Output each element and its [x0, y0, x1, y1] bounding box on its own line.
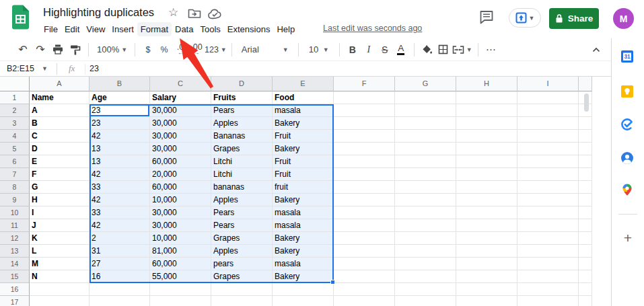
cell-E16[interactable] [273, 283, 334, 296]
cell-B11[interactable]: 42 [90, 219, 150, 232]
paint-format-button[interactable] [67, 42, 83, 58]
cell-J16[interactable] [579, 283, 592, 296]
cell-G2[interactable] [395, 104, 456, 117]
row-header-2[interactable]: 2 [0, 104, 30, 117]
print-button[interactable] [50, 42, 66, 58]
cell-A2[interactable]: A [30, 104, 90, 117]
cell-I1[interactable] [517, 91, 579, 104]
cell-B7[interactable]: 42 [90, 168, 150, 181]
menu-format[interactable]: Format [137, 22, 172, 36]
column-header-D[interactable]: D [211, 77, 273, 91]
cell-B13[interactable]: 31 [90, 245, 150, 258]
cell-F11[interactable] [334, 219, 395, 232]
row-header-14[interactable]: 14 [0, 258, 30, 270]
cell-I10[interactable] [517, 206, 579, 219]
cell-C1[interactable]: Salary [150, 91, 211, 104]
fill-handle[interactable] [330, 280, 335, 284]
doc-title[interactable]: Highlighting duplicates [43, 6, 154, 19]
column-header-G[interactable]: G [395, 77, 456, 91]
cell-E9[interactable]: Bakery [273, 194, 334, 206]
cell-E14[interactable]: masala [273, 258, 334, 270]
borders-button[interactable] [435, 42, 452, 58]
menu-help[interactable]: Help [273, 22, 298, 36]
cell-I13[interactable] [517, 245, 579, 258]
cell-B14[interactable]: 27 [90, 258, 150, 270]
add-addon-button[interactable]: + [620, 231, 635, 245]
formula-input[interactable]: 23 [90, 64, 99, 73]
column-header-F[interactable]: F [334, 77, 395, 91]
cell-F16[interactable] [334, 283, 395, 296]
menu-data[interactable]: Data [172, 22, 196, 36]
cell-H10[interactable] [456, 206, 517, 219]
menu-edit[interactable]: Edit [61, 22, 83, 36]
row-header-16[interactable]: 16 [0, 283, 30, 296]
cell-F4[interactable] [334, 130, 395, 143]
row-header-10[interactable]: 10 [0, 206, 30, 219]
cell-A1[interactable]: Name [30, 91, 90, 104]
row-header-6[interactable]: 6 [0, 155, 30, 168]
cell-J7[interactable] [579, 168, 592, 181]
cell-J8[interactable] [579, 181, 592, 194]
cell-D5[interactable]: Grapes [211, 143, 273, 155]
cell-H17[interactable] [456, 296, 517, 306]
cell-F5[interactable] [334, 143, 395, 155]
cell-G5[interactable] [395, 143, 456, 155]
cell-D15[interactable]: Grapes [211, 270, 273, 283]
cell-H15[interactable] [456, 270, 517, 283]
cell-H16[interactable] [456, 283, 517, 296]
cell-A15[interactable]: N [30, 270, 90, 283]
cell-F1[interactable] [334, 91, 395, 104]
cell-D13[interactable]: Apples [211, 245, 273, 258]
cell-B8[interactable]: 33 [90, 181, 150, 194]
row-header-3[interactable]: 3 [0, 117, 30, 130]
undo-button[interactable]: ↶ [15, 42, 31, 58]
cell-F7[interactable] [334, 168, 395, 181]
cell-C16[interactable] [150, 283, 211, 296]
row-header-8[interactable]: 8 [0, 181, 30, 194]
cell-A3[interactable]: B [30, 117, 90, 130]
row-header-11[interactable]: 11 [0, 219, 30, 232]
currency-button[interactable]: $ [140, 42, 156, 58]
cell-F8[interactable] [334, 181, 395, 194]
cell-I9[interactable] [517, 194, 579, 206]
cell-D2[interactable]: Pears [211, 104, 273, 117]
cell-C3[interactable]: 30,000 [150, 117, 211, 130]
font-size-select[interactable]: 10 ▼ [303, 42, 334, 58]
cell-F3[interactable] [334, 117, 395, 130]
cell-G11[interactable] [395, 219, 456, 232]
cell-B2[interactable]: 23 [90, 104, 150, 117]
cell-F15[interactable] [334, 270, 395, 283]
cell-D8[interactable]: bananas [211, 181, 273, 194]
cell-D7[interactable]: Litchi [211, 168, 273, 181]
cell-H1[interactable] [456, 91, 517, 104]
row-header-12[interactable]: 12 [0, 232, 30, 245]
cell-C5[interactable]: 30,000 [150, 143, 211, 155]
cell-E10[interactable]: masala [273, 206, 334, 219]
cell-F12[interactable] [334, 232, 395, 245]
cell-G17[interactable] [395, 296, 456, 306]
cell-D14[interactable]: pears [211, 258, 273, 270]
row-header-4[interactable]: 4 [0, 130, 30, 143]
cell-A12[interactable]: K [30, 232, 90, 245]
row-header-15[interactable]: 15 [0, 270, 30, 283]
cell-G10[interactable] [395, 206, 456, 219]
cell-C4[interactable]: 30,000 [150, 130, 211, 143]
cell-C10[interactable]: 30,000 [150, 206, 211, 219]
cell-H13[interactable] [456, 245, 517, 258]
cell-C17[interactable] [150, 296, 211, 306]
cell-I16[interactable] [517, 283, 579, 296]
cell-D4[interactable]: Bananas [211, 130, 273, 143]
cell-C13[interactable]: 81,000 [150, 245, 211, 258]
cell-A17[interactable] [30, 296, 90, 306]
merge-cells-button[interactable]: ▼ [452, 42, 473, 58]
cell-J5[interactable] [579, 143, 592, 155]
cell-E13[interactable]: Bakery [273, 245, 334, 258]
cell-G16[interactable] [395, 283, 456, 296]
fill-color-button[interactable] [419, 42, 435, 58]
cell-A6[interactable]: E [30, 155, 90, 168]
cell-A13[interactable]: L [30, 245, 90, 258]
cell-F10[interactable] [334, 206, 395, 219]
cell-I2[interactable] [517, 104, 579, 117]
cell-F17[interactable] [334, 296, 395, 306]
present-button[interactable]: ▼ [509, 8, 541, 28]
